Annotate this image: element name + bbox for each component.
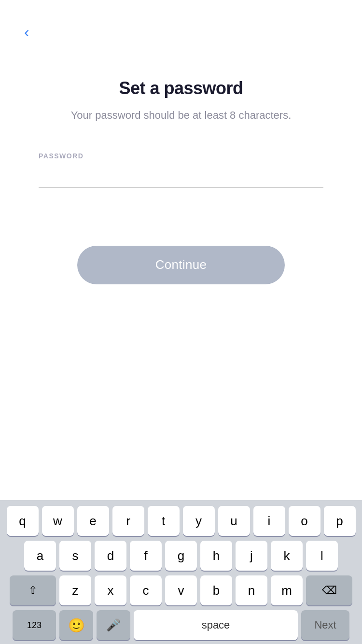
key-r[interactable]: r	[112, 506, 144, 536]
key-l[interactable]: l	[306, 541, 338, 571]
key-e[interactable]: e	[77, 506, 109, 536]
space-key[interactable]: space	[134, 610, 298, 640]
key-j[interactable]: j	[236, 541, 267, 571]
continue-section: Continue	[19, 246, 343, 284]
mic-key[interactable]: 🎤	[97, 610, 130, 640]
key-g[interactable]: g	[165, 541, 197, 571]
key-h[interactable]: h	[200, 541, 232, 571]
key-i[interactable]: i	[253, 506, 285, 536]
title-section: Set a password Your password should be a…	[19, 78, 343, 123]
shift-key[interactable]: ⇧	[10, 575, 56, 605]
key-x[interactable]: x	[95, 575, 126, 605]
key-d[interactable]: d	[95, 541, 126, 571]
top-area: ‹ Set a password Your password should be…	[0, 0, 362, 284]
keyboard-row-1: q w e r t y u i o p	[0, 506, 362, 536]
keyboard-bottom-row: 123 🙂 🎤 space Next	[0, 610, 362, 640]
password-input[interactable]	[39, 167, 323, 188]
key-z[interactable]: z	[59, 575, 91, 605]
emoji-key[interactable]: 🙂	[59, 610, 93, 640]
numbers-key[interactable]: 123	[13, 610, 56, 640]
key-f[interactable]: f	[130, 541, 162, 571]
back-chevron-icon: ‹	[24, 24, 29, 40]
screen: ‹ Set a password Your password should be…	[0, 0, 362, 644]
page-subtitle: Your password should be at least 8 chara…	[29, 108, 333, 123]
key-w[interactable]: w	[42, 506, 74, 536]
next-key[interactable]: Next	[301, 610, 349, 640]
key-y[interactable]: y	[183, 506, 215, 536]
key-u[interactable]: u	[218, 506, 250, 536]
key-a[interactable]: a	[24, 541, 56, 571]
key-q[interactable]: q	[7, 506, 39, 536]
password-field-label: PASSWORD	[39, 152, 323, 160]
keyboard-row-2: a s d f g h j k l	[0, 541, 362, 571]
key-o[interactable]: o	[289, 506, 320, 536]
form-section: PASSWORD	[19, 152, 343, 188]
back-button[interactable]: ‹	[19, 0, 48, 40]
key-p[interactable]: p	[324, 506, 356, 536]
page-title: Set a password	[29, 78, 333, 98]
delete-key[interactable]: ⌫	[306, 575, 352, 605]
key-c[interactable]: c	[130, 575, 162, 605]
key-t[interactable]: t	[148, 506, 180, 536]
key-s[interactable]: s	[59, 541, 91, 571]
key-m[interactable]: m	[271, 575, 303, 605]
key-b[interactable]: b	[200, 575, 232, 605]
key-v[interactable]: v	[165, 575, 197, 605]
keyboard-row-3: ⇧ z x c v b n m ⌫	[0, 575, 362, 605]
keyboard: q w e r t y u i o p a s d f g h j k l ⇧ …	[0, 500, 362, 644]
continue-button[interactable]: Continue	[77, 246, 285, 284]
key-n[interactable]: n	[236, 575, 267, 605]
key-k[interactable]: k	[271, 541, 303, 571]
